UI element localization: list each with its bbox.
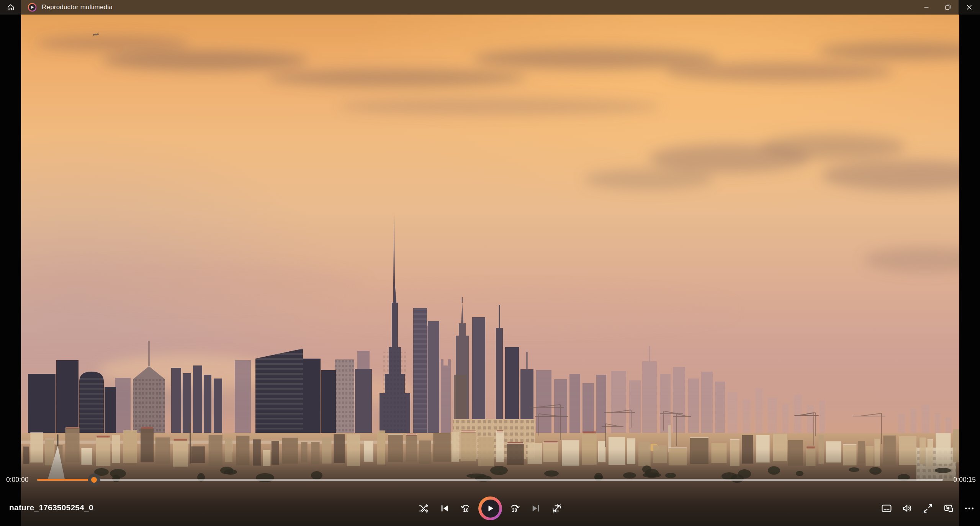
repeat-button[interactable] — [548, 497, 565, 520]
skip-back-10-icon: 10 — [460, 503, 471, 514]
mini-player-icon — [943, 503, 954, 514]
subtitles-button[interactable] — [878, 500, 895, 517]
mini-player-button[interactable] — [940, 500, 957, 517]
more-options-icon — [964, 503, 975, 514]
close-icon — [965, 3, 973, 11]
next-track-button[interactable] — [527, 497, 544, 520]
video-surface[interactable] — [21, 15, 959, 526]
time-total: 0:00:15 — [954, 476, 976, 484]
transport-controls: 10 30 — [415, 497, 565, 520]
now-playing-filename: nature_1763505254_0 — [9, 503, 93, 512]
volume-button[interactable] — [899, 500, 916, 517]
close-button[interactable] — [959, 0, 980, 15]
volume-icon — [901, 503, 913, 514]
svg-text:10: 10 — [463, 508, 469, 513]
seek-bar[interactable] — [37, 479, 943, 481]
next-track-icon — [530, 503, 542, 514]
media-player-app-icon — [28, 3, 37, 12]
shuffle-off-icon — [418, 503, 429, 514]
restore-icon — [944, 3, 952, 11]
fullscreen-button[interactable] — [919, 500, 936, 517]
play-button[interactable] — [478, 497, 502, 520]
minimize-icon — [922, 3, 931, 11]
play-inner-circle — [481, 500, 499, 518]
play-icon — [486, 504, 495, 513]
window-title: Reproductor multimedia — [42, 3, 113, 11]
seek-fill — [37, 479, 94, 481]
repeat-off-icon — [551, 503, 563, 514]
restore-button[interactable] — [937, 0, 959, 15]
fullscreen-icon — [922, 503, 934, 514]
svg-text:30: 30 — [512, 508, 517, 513]
skip-back-10-button[interactable]: 10 — [457, 497, 474, 520]
minimize-button[interactable] — [916, 0, 937, 15]
caption-controls — [916, 0, 980, 15]
home-icon — [7, 3, 15, 11]
titlebar: Reproductor multimedia — [0, 0, 980, 15]
skip-forward-30-icon: 30 — [509, 503, 520, 514]
previous-track-icon — [439, 503, 450, 514]
skip-forward-30-button[interactable]: 30 — [506, 497, 523, 520]
more-options-button[interactable] — [961, 500, 978, 517]
time-elapsed: 0:00:00 — [6, 476, 28, 484]
media-player-window: Reproductor multimedia 0:00:00 — [0, 0, 980, 526]
secondary-controls — [878, 500, 978, 517]
airplane — [93, 33, 99, 36]
home-button[interactable] — [0, 0, 21, 15]
seek-thumb[interactable] — [88, 474, 100, 486]
subtitles-icon — [881, 503, 892, 514]
shuffle-button[interactable] — [415, 497, 432, 520]
previous-track-button[interactable] — [436, 497, 453, 520]
